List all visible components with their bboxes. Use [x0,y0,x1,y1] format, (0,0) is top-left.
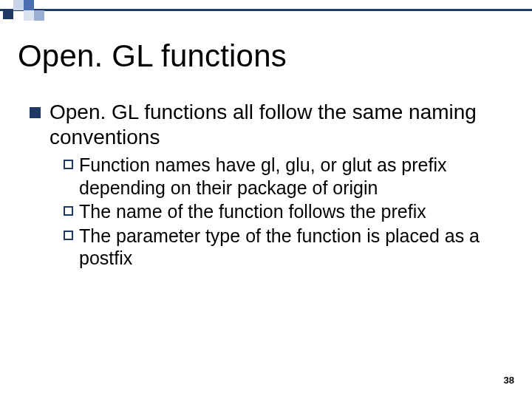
slide-title: Open. GL functions [18,38,287,74]
hollow-square-bullet-icon [64,160,73,169]
page-number: 38 [504,375,514,386]
bullet-text: The name of the function follows the pre… [79,200,502,223]
header-rule [0,9,532,11]
hollow-square-bullet-icon [64,231,73,240]
bullet-level1: Open. GL functions all follow the same n… [30,100,502,149]
header-decoration [0,0,532,27]
bullet-level2: Function names have gl, glu, or glut as … [64,154,502,199]
bullet-level2: The parameter type of the function is pl… [64,225,502,270]
decor-square-icon [34,10,44,21]
decor-square-icon [13,0,24,10]
slide: Open. GL functions Open. GL functions al… [0,0,532,399]
bullet-level2: The name of the function follows the pre… [64,200,502,223]
bullet-text: The parameter type of the function is pl… [79,225,502,270]
decor-square-icon [24,0,34,10]
decor-square-icon [3,9,13,19]
sub-bullet-list: Function names have gl, glu, or glut as … [64,154,502,270]
slide-content: Open. GL functions all follow the same n… [30,100,502,271]
filled-square-bullet-icon [30,107,41,118]
hollow-square-bullet-icon [64,206,73,216]
bullet-text: Open. GL functions all follow the same n… [50,100,502,149]
decor-square-icon [24,10,34,21]
bullet-text: Function names have gl, glu, or glut as … [79,154,502,199]
